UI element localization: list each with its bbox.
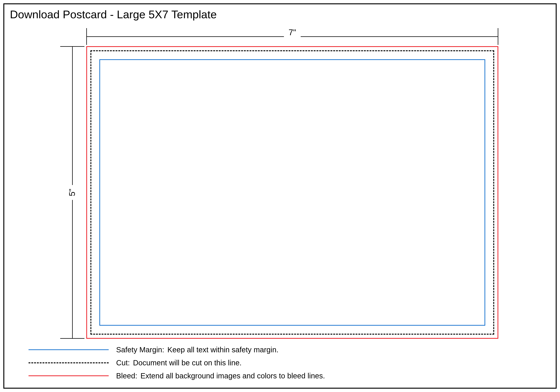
legend-row-safety: Safety Margin: Keep all text within safe…	[29, 345, 325, 354]
legend-desc-safety: Keep all text within safety margin.	[167, 346, 279, 354]
legend-row-cut: Cut: Document will be cut on this line.	[29, 358, 325, 367]
legend-text-bleed: Bleed: Extend all background images and …	[116, 372, 325, 380]
dimension-top: 7"	[86, 28, 498, 45]
dimension-left: 5"	[60, 46, 84, 339]
dimension-left-tick-bottom	[60, 338, 84, 339]
legend: Safety Margin: Keep all text within safe…	[29, 345, 325, 384]
legend-swatch-bleed	[29, 375, 109, 376]
legend-label-bleed: Bleed:	[116, 372, 137, 380]
legend-label-cut: Cut:	[116, 359, 130, 367]
safety-box	[99, 59, 485, 326]
dimension-top-label: 7"	[284, 28, 301, 37]
template-area	[86, 46, 498, 339]
legend-label-safety: Safety Margin:	[116, 346, 164, 354]
dimension-left-label: 5"	[68, 185, 77, 200]
legend-text-safety: Safety Margin: Keep all text within safe…	[116, 346, 279, 354]
legend-swatch-cut	[29, 362, 109, 363]
legend-desc-cut: Document will be cut on this line.	[133, 359, 242, 367]
legend-row-bleed: Bleed: Extend all background images and …	[29, 371, 325, 380]
outer-frame: Download Postcard - Large 5X7 Template 7…	[3, 3, 557, 389]
page-title: Download Postcard - Large 5X7 Template	[10, 8, 217, 21]
dimension-top-tick-right	[498, 28, 498, 45]
legend-desc-bleed: Extend all background images and colors …	[140, 372, 325, 380]
page: Download Postcard - Large 5X7 Template 7…	[0, 0, 560, 392]
legend-swatch-safety	[29, 349, 109, 350]
legend-text-cut: Cut: Document will be cut on this line.	[116, 359, 242, 367]
